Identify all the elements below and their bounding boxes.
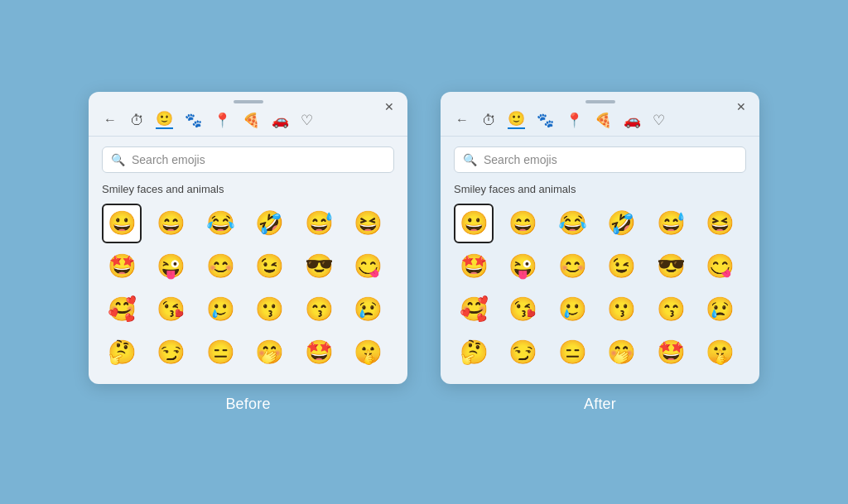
after-emoji-5[interactable]: 😆: [701, 204, 740, 243]
after-emoji-14[interactable]: 🥲: [552, 290, 592, 329]
before-search-bar[interactable]: 🔍 Search emojis: [102, 146, 394, 173]
after-nav-recent[interactable]: ⏱: [482, 113, 496, 127]
after-nav-places[interactable]: 📍: [566, 113, 583, 127]
before-emoji-panel: ✕ ← ⏱ 🙂 🐾 📍 🍕 🚗 ♡ 🔍 Search emojis Smiley…: [89, 92, 407, 384]
before-titlebar: ✕: [89, 92, 407, 108]
before-search-icon: 🔍: [111, 153, 125, 166]
after-nav: ← ⏱ 🙂 🐾 📍 🍕 🚗 ♡: [441, 108, 759, 137]
after-emoji-16[interactable]: 😙: [651, 290, 691, 329]
after-search-icon: 🔍: [463, 153, 477, 166]
before-emoji-22[interactable]: 🤩: [299, 333, 339, 372]
after-nav-heart[interactable]: ♡: [653, 113, 665, 127]
after-nav-travel[interactable]: 🚗: [624, 113, 641, 127]
before-nav-heart[interactable]: ♡: [301, 113, 313, 127]
before-emoji-19[interactable]: 😏: [152, 333, 191, 372]
before-nav-back[interactable]: ←: [104, 113, 117, 127]
before-search-placeholder: Search emojis: [132, 153, 205, 166]
before-emoji-6[interactable]: 🤩: [102, 247, 142, 286]
before-nav-animals[interactable]: 🐾: [185, 113, 202, 127]
before-emoji-7[interactable]: 😜: [152, 247, 191, 286]
after-nav-smiley[interactable]: 🙂: [508, 112, 525, 129]
before-emoji-4[interactable]: 😅: [299, 204, 339, 243]
after-emoji-23[interactable]: 🤫: [701, 333, 740, 372]
before-emoji-12[interactable]: 🥰: [102, 290, 142, 329]
after-emoji-1[interactable]: 😄: [504, 204, 543, 243]
before-emoji-11[interactable]: 😋: [349, 247, 388, 286]
after-emoji-22[interactable]: 🤩: [651, 333, 691, 372]
after-emoji-8[interactable]: 😊: [552, 247, 592, 286]
after-emoji-6[interactable]: 🤩: [454, 247, 494, 286]
after-emoji-12[interactable]: 🥰: [454, 290, 494, 329]
after-emoji-9[interactable]: 😉: [602, 247, 642, 286]
before-nav-smiley[interactable]: 🙂: [156, 112, 173, 129]
before-nav-places[interactable]: 📍: [214, 113, 231, 127]
before-emoji-18[interactable]: 🤔: [102, 333, 142, 372]
after-emoji-0[interactable]: 😀: [454, 204, 494, 243]
before-emoji-14[interactable]: 🥲: [200, 290, 240, 329]
after-emoji-13[interactable]: 😘: [504, 290, 543, 329]
after-nav-animals[interactable]: 🐾: [537, 113, 554, 127]
before-panel-group: ✕ ← ⏱ 🙂 🐾 📍 🍕 🚗 ♡ 🔍 Search emojis Smiley…: [89, 92, 407, 413]
before-emoji-3[interactable]: 🤣: [250, 204, 290, 243]
after-search-bar[interactable]: 🔍 Search emojis: [454, 146, 746, 173]
after-nav-back[interactable]: ←: [455, 113, 469, 127]
before-emoji-20[interactable]: 😑: [200, 333, 240, 372]
after-emoji-3[interactable]: 🤣: [602, 204, 642, 243]
after-drag-handle: [585, 100, 615, 103]
before-emoji-13[interactable]: 😘: [152, 290, 191, 329]
after-emoji-2[interactable]: 😂: [552, 204, 592, 243]
before-emoji-9[interactable]: 😉: [250, 247, 290, 286]
before-section-title: Smiley faces and animals: [102, 183, 394, 195]
after-titlebar: ✕: [441, 92, 759, 108]
before-drag-handle: [234, 100, 263, 103]
after-emoji-grid: 😀 😄 😂 🤣 😅 😆 🤩 😜 😊 😉 😎 😋 🥰 😘 🥲 😗: [454, 204, 746, 372]
before-panel-body: 🔍 Search emojis Smiley faces and animals…: [89, 137, 407, 384]
after-emoji-21[interactable]: 🤭: [602, 333, 642, 372]
after-panel-group: ✕ ← ⏱ 🙂 🐾 📍 🍕 🚗 ♡ 🔍 Search emojis Smiley…: [441, 92, 759, 413]
before-nav-food[interactable]: 🍕: [243, 113, 260, 127]
after-emoji-panel: ✕ ← ⏱ 🙂 🐾 📍 🍕 🚗 ♡ 🔍 Search emojis Smiley…: [441, 92, 759, 384]
before-emoji-16[interactable]: 😙: [299, 290, 339, 329]
after-emoji-11[interactable]: 😋: [701, 247, 740, 286]
after-close-button[interactable]: ✕: [735, 100, 748, 113]
after-emoji-10[interactable]: 😎: [651, 247, 691, 286]
after-emoji-7[interactable]: 😜: [504, 247, 543, 286]
before-emoji-grid: 😀 😄 😂 🤣 😅 😆 🤩 😜 😊 😉 😎 😋 🥰 😘 🥲 😗: [102, 204, 394, 372]
after-emoji-17[interactable]: 😢: [701, 290, 740, 329]
after-emoji-20[interactable]: 😑: [552, 333, 592, 372]
after-emoji-19[interactable]: 😏: [504, 333, 543, 372]
before-close-button[interactable]: ✕: [383, 100, 396, 113]
before-emoji-15[interactable]: 😗: [250, 290, 290, 329]
after-search-placeholder: Search emojis: [484, 153, 557, 166]
after-panel-body: 🔍 Search emojis Smiley faces and animals…: [441, 137, 759, 384]
before-nav-recent[interactable]: ⏱: [130, 113, 144, 127]
after-emoji-15[interactable]: 😗: [602, 290, 642, 329]
main-wrapper: ✕ ← ⏱ 🙂 🐾 📍 🍕 🚗 ♡ 🔍 Search emojis Smiley…: [72, 75, 776, 430]
before-emoji-0[interactable]: 😀: [102, 204, 142, 243]
before-emoji-10[interactable]: 😎: [299, 247, 339, 286]
after-emoji-4[interactable]: 😅: [651, 204, 691, 243]
after-emoji-18[interactable]: 🤔: [454, 333, 494, 372]
after-nav-food[interactable]: 🍕: [595, 113, 612, 127]
before-label: Before: [225, 396, 270, 413]
before-emoji-1[interactable]: 😄: [152, 204, 191, 243]
before-nav: ← ⏱ 🙂 🐾 📍 🍕 🚗 ♡: [89, 108, 407, 137]
before-emoji-21[interactable]: 🤭: [250, 333, 290, 372]
before-nav-travel[interactable]: 🚗: [272, 113, 289, 127]
before-emoji-8[interactable]: 😊: [200, 247, 240, 286]
before-emoji-17[interactable]: 😢: [349, 290, 388, 329]
before-emoji-5[interactable]: 😆: [349, 204, 388, 243]
before-emoji-2[interactable]: 😂: [200, 204, 240, 243]
after-section-title: Smiley faces and animals: [454, 183, 746, 195]
before-emoji-23[interactable]: 🤫: [349, 333, 388, 372]
after-label: After: [584, 396, 616, 413]
